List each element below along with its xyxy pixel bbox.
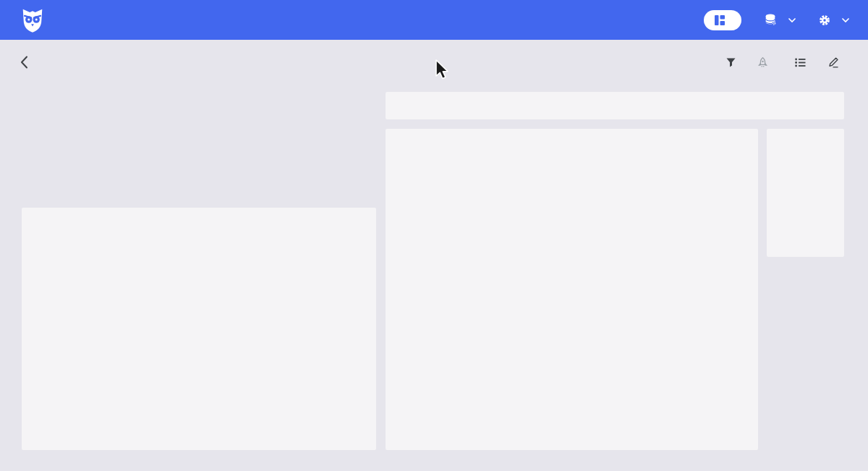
rocket-icon: [758, 57, 767, 68]
pie-chart-card: [22, 208, 376, 450]
list-icon: [795, 58, 806, 67]
pencil-icon: [828, 57, 839, 68]
data-warehouse-menu[interactable]: [765, 14, 796, 26]
metric-control-bar: [386, 92, 844, 119]
boost-toggle[interactable]: [758, 57, 778, 68]
app-root: [0, 0, 868, 471]
back-button[interactable]: [20, 56, 28, 69]
options-button[interactable]: [795, 58, 811, 67]
settings-menu[interactable]: [819, 14, 849, 26]
gear-icon: [819, 14, 830, 26]
chevron-left-icon: [20, 56, 28, 69]
legend-dot: [565, 396, 573, 404]
page-header: [0, 40, 868, 85]
navbar: [0, 0, 868, 40]
brand: [19, 7, 56, 34]
add-filter-button[interactable]: [726, 58, 741, 67]
navbar-menu: [704, 10, 849, 30]
chevron-down-icon: [842, 18, 849, 22]
bar-chart[interactable]: [393, 151, 751, 391]
database-icon: [765, 14, 777, 26]
dashboards-button[interactable]: [704, 10, 741, 30]
edit-button[interactable]: [828, 57, 844, 68]
pie-chart[interactable]: [22, 221, 376, 366]
bar-chart-card: [386, 129, 758, 450]
filter-icon: [726, 58, 736, 67]
date-range-panel: [767, 129, 844, 257]
owl-logo-icon: [19, 7, 46, 34]
bar-chart-legend: [386, 396, 758, 404]
page-header-left: [20, 56, 41, 69]
page-header-actions: [726, 57, 844, 68]
chevron-down-icon: [788, 18, 796, 22]
dashboards-icon: [715, 15, 725, 25]
